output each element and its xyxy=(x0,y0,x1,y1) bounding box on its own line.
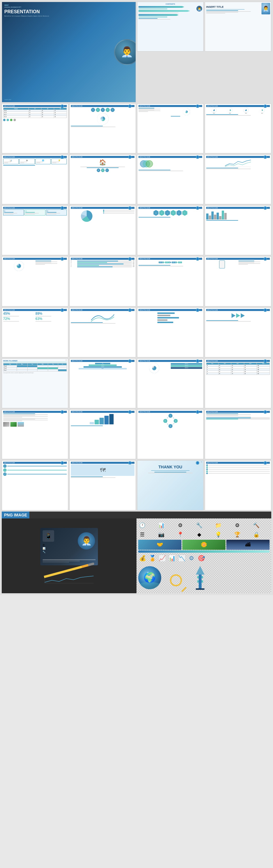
slide-numbered-icons[interactable]: 👤 5 ADD A TITLE SLIDE 📊 ⚙ 🌐 xyxy=(2,155,68,204)
slide-number: 21 xyxy=(66,359,67,361)
slide-person-icon: 👤 xyxy=(60,410,64,414)
slide-work-planner[interactable]: 21 WORK PLANNER TaskMonTueWedThuFri Plan… xyxy=(2,359,68,408)
slide-number: 31 xyxy=(201,461,202,463)
slide-header: ADD A TITLE SLIDE xyxy=(71,411,135,413)
slide-header: ADD A TITLE SLIDE xyxy=(3,207,67,209)
slide-header: ADD A TITLE SLIDE xyxy=(71,156,135,158)
globe-visual: 🌍 xyxy=(138,564,161,591)
slide-header: ADD A TITLE SLIDE xyxy=(138,309,202,311)
progress-list: A 75% B 55% C 85% D 40% xyxy=(71,260,135,267)
lightbulb-icon: 💡 xyxy=(214,530,222,538)
top-row: 49SET ASIADAL BUSINESS PPT PRESENTATION … xyxy=(2,2,271,102)
slide-person-icon: 👤 xyxy=(264,155,267,159)
slide-number: 23 xyxy=(201,359,202,361)
slide-data-table[interactable]: 👤 24 ADD A TITLE SLIDE ItemVal 1Val 2Val… xyxy=(205,359,271,408)
slide-number: 6 xyxy=(134,155,135,157)
svg-rect-18 xyxy=(201,576,203,578)
slide-arrows-flow[interactable]: 👤 15 ADD A TITLE SLIDE STEP 1 STEP 2 STE… xyxy=(137,256,203,306)
donut-text-layout: 60% xyxy=(3,260,67,272)
contents-slide[interactable]: CONTENTS 👨‍💼 xyxy=(137,2,203,52)
slide-number: 30 xyxy=(133,461,135,463)
numbered-icons: 📊 ⚙ 🌐 💡 xyxy=(3,158,67,164)
slides-row-4: 👤 13 ADD A TITLE SLIDE 60% 👤 14 ADD A xyxy=(2,256,271,306)
slide-number: 13 xyxy=(66,257,67,259)
slide-staircase[interactable]: 👤 26 ADD A TITLE SLIDE xyxy=(70,409,136,459)
photo-strip-row: 🤝 🌼 🏙 xyxy=(138,540,270,550)
svg-rect-10 xyxy=(105,416,109,424)
svg-rect-3 xyxy=(158,315,170,316)
slides-row-3: 👤 9 ADD A TITLE SLIDE 01 02 03 xyxy=(2,206,271,255)
slide-header: ADD A TITLE SLIDE xyxy=(206,207,270,209)
slide-circular-1[interactable]: 👤 2 ADD A TITLE SLIDE 1 2 3 4 5 xyxy=(70,103,136,153)
slide-person-icon: 👤 xyxy=(60,104,64,108)
slide-number: 2 xyxy=(134,104,135,106)
dark-preview: 📱 👨‍💼 ⚙ 📊 🔧 xyxy=(40,528,98,565)
slide-number: 8 xyxy=(269,155,270,157)
slide-line-chart[interactable]: 👤 8 ADD A TITLE SLIDE xyxy=(205,155,271,204)
slide-numbered-list[interactable]: 👤 32 ADD A TITLE SLIDE 1 2 3 4 xyxy=(205,460,271,510)
slide-venn[interactable]: 👤 7 ADD A TITLE SLIDE xyxy=(137,155,203,204)
svg-rect-6 xyxy=(158,322,173,323)
location-icon: 📍 xyxy=(176,530,184,538)
slide-person-icon: 👤 xyxy=(128,308,132,312)
slide-donut-text[interactable]: 👤 13 ADD A TITLE SLIDE 60% xyxy=(2,256,68,306)
slide-person-icon: 👤 xyxy=(128,104,132,108)
slide-text-heavy[interactable]: 👤 25 ADD A TITLE SLIDE xyxy=(2,409,68,459)
bar-chart xyxy=(206,210,270,219)
slide-header: ADD A TITLE SLIDE xyxy=(138,207,202,209)
city-photo: 🏙 xyxy=(226,540,270,550)
svg-point-12 xyxy=(166,416,175,425)
gear-2-icon: ⚙ xyxy=(233,521,241,529)
png-section: PNG IMAGE 📱 👨‍💼 ⚙ 📊 🔧 xyxy=(2,512,271,593)
slides-row-1: 👤 1 ADD A TITLE SLIDE CategoryQ1Q2Q3 Ite… xyxy=(2,103,271,153)
slide-donut-charts[interactable]: 👤 4 ADD A TITLE SLIDE 70% 55% 80% xyxy=(205,103,271,153)
slide-progress-bars[interactable]: 👤 14 ADD A TITLE SLIDE A 75% B 55% C 85% xyxy=(70,256,136,306)
slide-hexagons[interactable]: 👤 11 ADD A TITLE SLIDE A B C D E F xyxy=(137,206,203,255)
slide-stat-numbers[interactable]: 👤 17 ADD A TITLE SLIDE 45% 72% 89% 63% xyxy=(2,308,68,357)
slide-pie-data[interactable]: 👤 10 ADD A TITLE SLIDE xyxy=(70,206,136,255)
slide-thankyou[interactable]: 👤 31 THANK YOU xyxy=(137,460,203,510)
slide-person-icon: 👤 xyxy=(264,206,267,210)
slide-person-icon: 👤 xyxy=(128,155,132,159)
slide-steps-donut[interactable]: 👤 23 ADD A TITLE SLIDE 75% STEP 01 STEP … xyxy=(137,359,203,408)
slide-bar-chart-large[interactable]: 👤 12 ADD A TITLE SLIDE xyxy=(205,206,271,255)
icons-arrows-layout: ↑ → ↗ xyxy=(3,464,67,476)
slides-row-8: 👤 29 ADD A TITLE SLIDE ↑ → ↗ 👤 xyxy=(2,460,271,510)
slide-number: 29 xyxy=(66,461,67,463)
slide-photo-tablet[interactable]: 👤 16 ADD A TITLE SLIDE xyxy=(205,256,271,306)
svg-rect-5 xyxy=(158,319,168,321)
slide-header: ADD A TITLE SLIDE xyxy=(3,309,67,311)
slide-horiz-bars[interactable]: 👤 19 ADD A TITLE SLIDE xyxy=(137,308,203,357)
slide-pyramid[interactable]: 👤 22 ADD A TITLE SLIDE Top Level 2 Level… xyxy=(70,359,136,408)
slide-text-icons[interactable]: 👤 3 ADD A TITLE SLIDE xyxy=(137,103,203,153)
slide-triangle-arrows[interactable]: 👤 20 ADD A TITLE SLIDE xyxy=(205,308,271,357)
slide-text-bar[interactable]: 👤 28 ADD A TITLE SLIDE xyxy=(205,409,271,459)
svg-rect-7 xyxy=(90,422,94,424)
svg-rect-20 xyxy=(201,580,203,583)
slide-column-boxes[interactable]: 👤 9 ADD A TITLE SLIDE 01 02 03 xyxy=(2,206,68,255)
slide-icons-arrows[interactable]: 👤 29 ADD A TITLE SLIDE ↑ → ↗ xyxy=(2,460,68,510)
gear-color-icon: ⚙ xyxy=(187,554,196,562)
slide-house-diagram[interactable]: 👤 6 ADD A TITLE SLIDE 🏠 A B C xyxy=(70,155,136,204)
slide-number: 10 xyxy=(133,206,135,208)
slide-number: 19 xyxy=(201,308,202,310)
slide-number: 12 xyxy=(269,206,270,208)
slide-table-1[interactable]: 👤 1 ADD A TITLE SLIDE CategoryQ1Q2Q3 Ite… xyxy=(2,103,68,153)
nature-photo: 🌼 xyxy=(182,540,225,550)
chart-up-icon: 📈 xyxy=(158,554,166,562)
color-icons-row: 💰 🏅 📈 📊 📉 ⚙ 🎯 xyxy=(138,554,270,562)
work-planner-title: WORK PLANNER xyxy=(3,360,67,362)
slide-number: 15 xyxy=(201,257,202,259)
slide-header: ADD A TITLE SLIDE xyxy=(71,207,135,209)
slide-curved-arrows[interactable]: 👤 18 ADD A TITLE SLIDE xyxy=(70,308,136,357)
small-thumbnails xyxy=(3,422,67,427)
slide-cycle[interactable]: 👤 27 ADD A TITLE SLIDE 1 2 3 4 xyxy=(137,409,203,459)
pie-with-legend xyxy=(71,210,135,223)
slide-header: ADD A TITLE SLIDE xyxy=(71,309,135,311)
slide-world-map[interactable]: 👤 30 ADD A TITLE SLIDE xyxy=(70,460,136,510)
slide-person-icon: 👤 xyxy=(196,359,199,363)
tools-icon: 🔧 xyxy=(195,521,203,529)
png-content: 📱 👨‍💼 ⚙ 📊 🔧 xyxy=(2,519,271,593)
insert-title-slide[interactable]: 👨‍💼 INSERT TITLE xyxy=(205,2,271,52)
cover-slide[interactable]: 49SET ASIADAL BUSINESS PPT PRESENTATION … xyxy=(2,2,136,102)
